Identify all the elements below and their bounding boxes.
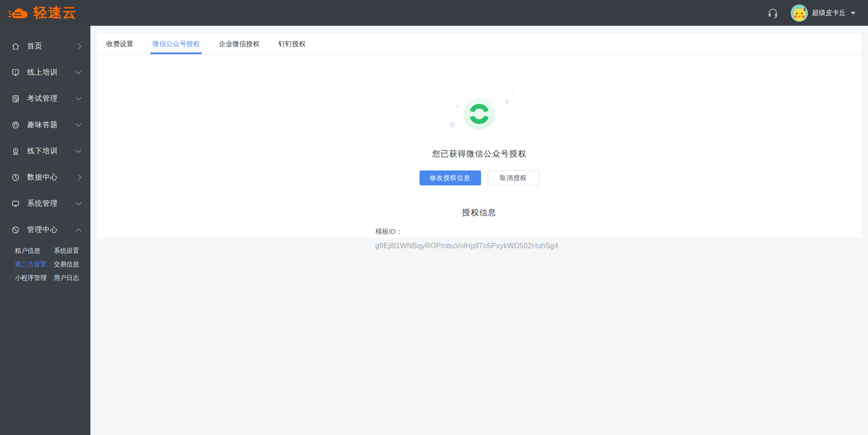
authorization-info-section: 授权信息 模板ID： g9Ej8l1WNBqyROPmbuVolHplf7o5P… bbox=[375, 207, 583, 250]
chevron-down-icon bbox=[75, 68, 81, 74]
quiz-face-icon bbox=[11, 120, 20, 129]
sidebar-item-home[interactable]: 首页 bbox=[0, 33, 90, 59]
authorization-info-title: 授权信息 bbox=[375, 207, 583, 218]
wechat-official-account-icon bbox=[463, 98, 495, 130]
submenu-item-third-party-settings[interactable]: 第三方设置 bbox=[15, 257, 47, 271]
tab-fee-settings[interactable]: 收费设置 bbox=[106, 33, 133, 54]
headset-icon[interactable] bbox=[766, 7, 779, 19]
submenu-item-system-settings[interactable]: 系统设置 bbox=[54, 244, 90, 257]
sidebar-item-exam-management[interactable]: 考试管理 bbox=[0, 85, 90, 112]
brand-name: 轻速云 bbox=[33, 4, 77, 22]
monitor-play-icon bbox=[11, 68, 20, 77]
pie-clock-icon bbox=[11, 173, 20, 182]
decorative-dot bbox=[505, 99, 509, 104]
template-id-value: g9Ej8l1WNBqyROPmbuVolHplf7o5PxykWD502Huh… bbox=[375, 242, 583, 250]
sidebar-item-admin-center[interactable]: 管理中心 bbox=[0, 217, 90, 243]
cancel-authorization-button[interactable]: 取消授权 bbox=[488, 170, 539, 185]
tab-bar: 收费设置 微信公众号授权 企业微信授权 钉钉授权 bbox=[97, 33, 862, 54]
main-content-card: 收费设置 微信公众号授权 企业微信授权 钉钉授权 bbox=[97, 33, 862, 238]
submenu-item-miniprogram-management[interactable]: 小程序管理 bbox=[15, 271, 47, 284]
modify-authorization-button[interactable]: 修改授权信息 bbox=[420, 170, 481, 185]
chevron-up-icon bbox=[75, 228, 81, 234]
chevron-right-icon bbox=[75, 175, 81, 180]
home-icon bbox=[11, 42, 20, 51]
chevron-down-icon bbox=[75, 147, 81, 153]
exam-document-icon bbox=[11, 94, 20, 103]
sidebar: 首页 线上培训 考试管理 bbox=[0, 26, 90, 435]
chevron-down-icon bbox=[75, 199, 81, 205]
username: 超级皮卡丘 bbox=[812, 9, 846, 17]
authorization-status-text: 您已获得微信公众号授权 bbox=[97, 148, 862, 159]
sidebar-item-system-management[interactable]: 系统管理 bbox=[0, 190, 90, 217]
top-header: 轻速云 bbox=[0, 0, 868, 26]
sidebar-item-online-training[interactable]: 线上培训 bbox=[0, 59, 90, 85]
location-pin-icon bbox=[11, 147, 20, 156]
pikachu-avatar bbox=[791, 5, 808, 22]
brand-logo[interactable]: 轻速云 bbox=[0, 4, 90, 22]
decorative-dot bbox=[456, 105, 458, 108]
sidebar-item-fun-quiz[interactable]: 趣味答题 bbox=[0, 112, 90, 138]
display-icon bbox=[11, 199, 20, 208]
tab-wechat-official-auth[interactable]: 微信公众号授权 bbox=[152, 33, 200, 54]
sidebar-item-offline-training[interactable]: 线下培训 bbox=[0, 138, 90, 164]
chevron-down-icon bbox=[851, 12, 855, 14]
chevron-down-icon bbox=[75, 121, 81, 127]
chevron-down-icon bbox=[75, 95, 81, 100]
submenu-item-user-logs[interactable]: 用户日志 bbox=[54, 271, 90, 284]
template-id-label: 模板ID： bbox=[375, 227, 583, 236]
admin-center-submenu: 租户信息 系统设置 第三方设置 交易信息 小程序管理 用户日志 bbox=[0, 243, 90, 287]
admin-slash-icon bbox=[11, 225, 20, 234]
decorative-dot bbox=[511, 92, 514, 95]
sidebar-item-data-center[interactable]: 数据中心 bbox=[0, 164, 90, 190]
authorization-status-panel: 您已获得微信公众号授权 修改授权信息 取消授权 bbox=[97, 91, 862, 185]
tab-dingtalk-auth[interactable]: 钉钉授权 bbox=[278, 33, 306, 54]
user-menu[interactable]: 超级皮卡丘 bbox=[791, 5, 855, 22]
submenu-item-transaction-info[interactable]: 交易信息 bbox=[54, 257, 90, 271]
submenu-item-tenant-info[interactable]: 租户信息 bbox=[15, 244, 47, 257]
chevron-right-icon bbox=[75, 43, 81, 49]
tab-enterprise-wechat-auth[interactable]: 企业微信授权 bbox=[219, 33, 259, 54]
decorative-dot bbox=[449, 122, 455, 128]
cloud-logo-icon bbox=[8, 5, 29, 21]
